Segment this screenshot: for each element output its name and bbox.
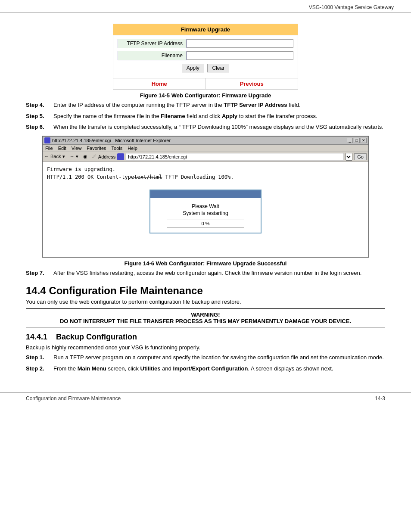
step2-label: Step 2. [26, 364, 52, 373]
filename-row: Filename [118, 51, 293, 60]
menu-help[interactable]: Help [128, 146, 137, 151]
filename-label: Filename [118, 51, 187, 60]
close-button[interactable]: ✕ [361, 138, 367, 143]
pw-body: Please Wait System is restarting 0 % [150, 198, 261, 233]
tftp-row: TFTP Server IP Address [118, 39, 293, 48]
browser-toolbar: ← Back ▾ → ▾ ◉ ☄ Address Go [43, 152, 368, 162]
address-label: Address [98, 154, 115, 159]
firmware-buttons: Apply Clear [118, 64, 293, 72]
firmware-form: TFTP Server IP Address Filename Apply Cl… [113, 35, 298, 78]
page-header: VSG-1000 Vantage Service Gateway [0, 0, 411, 13]
please-wait-dialog: Please Wait System is restarting 0 % [149, 190, 262, 233]
menu-favorites[interactable]: Favorites [87, 146, 106, 151]
step1-text: Run a TFTP server program on a computer … [53, 353, 385, 362]
home-btn[interactable]: ☄ [92, 154, 97, 159]
tftp-label: TFTP Server IP Address [118, 39, 187, 48]
browser-figure: http://172.21.4.185/enter.cgi - Microsof… [26, 136, 385, 267]
section441-intro: Backup is highly recommended once your V… [26, 344, 385, 351]
home-nav-button[interactable]: Home [113, 78, 206, 89]
step6-text: When the file transfer is completed succ… [53, 123, 385, 131]
step5-label: Step 5. [26, 112, 52, 121]
pw-progress-text: 0 % [202, 221, 210, 226]
firmware-figure-caption: Figure 14-5 Web Configurator: Firmware U… [140, 92, 271, 99]
step5-text: Specify the name of the firmware file in… [53, 112, 385, 121]
step4-text: Enter the IP address of the computer run… [53, 101, 385, 109]
clear-button[interactable]: Clear [207, 64, 229, 72]
minimize-button[interactable]: _ [347, 138, 353, 143]
section441-heading: 14.4.1 Backup Configuration [26, 333, 385, 342]
step7-label: Step 7. [26, 269, 52, 277]
browser-title-text: http://172.21.4.185/enter.cgi - Microsof… [52, 138, 171, 143]
http-response-line: HTTP/1.1 200 OK Content-typetext/html TF… [47, 173, 364, 181]
address-input[interactable] [126, 153, 344, 161]
browser-titlebar: http://172.21.4.185/enter.cgi - Microsof… [43, 137, 368, 145]
header-title: VSG-1000 Vantage Service Gateway [309, 4, 394, 10]
warning-box: WARNING! DO NOT INTERRUPT THE FILE TRANS… [26, 308, 385, 327]
menu-view[interactable]: View [72, 146, 82, 151]
browser-icon [44, 137, 50, 143]
browser-window: http://172.21.4.185/enter.cgi - Microsof… [42, 136, 369, 258]
footer-right: 14-3 [375, 395, 385, 401]
warning-text: DO NOT INTERRUPT THE FILE TRANSFER PROCE… [30, 318, 381, 324]
step-6: Step 6. When the file transfer is comple… [26, 123, 385, 131]
firmware-figure: Firmware Upgrade TFTP Server IP Address … [26, 24, 385, 99]
address-icon [117, 153, 124, 160]
menu-tools[interactable]: Tools [112, 146, 123, 151]
pw-progress-bar: 0 % [167, 220, 244, 227]
refresh-button[interactable]: ◉ [83, 154, 87, 159]
firmware-table: Firmware Upgrade TFTP Server IP Address … [113, 24, 298, 90]
pw-title [150, 190, 261, 198]
pw-msg1: Please Wait [156, 203, 255, 209]
step-2: Step 2. From the Main Menu screen, click… [26, 364, 385, 373]
address-dropdown[interactable] [346, 153, 352, 161]
browser-title-left: http://172.21.4.185/enter.cgi - Microsof… [44, 137, 171, 143]
step2-text: From the Main Menu screen, click Utiliti… [53, 364, 385, 373]
browser-figure-caption: Figure 14-6 Web Configurator: Firmware U… [125, 260, 287, 267]
firmware-title: Firmware Upgrade [113, 24, 298, 35]
filename-input[interactable] [187, 51, 293, 60]
firmware-nav: Home Previous [113, 78, 298, 89]
step6-label: Step 6. [26, 123, 52, 131]
step4-label: Step 4. [26, 101, 52, 109]
footer-left: Configuration and Firmware Maintenance [26, 395, 121, 401]
apply-button[interactable]: Apply [182, 64, 204, 72]
browser-controls: _ □ ✕ [347, 138, 367, 143]
step-4: Step 4. Enter the IP address of the comp… [26, 101, 385, 109]
please-wait-overlay: Please Wait System is restarting 0 % [47, 190, 364, 233]
menu-edit[interactable]: Edit [58, 146, 66, 151]
warning-title: WARNING! [30, 311, 381, 318]
menu-file[interactable]: File [45, 146, 53, 151]
page-footer: Configuration and Firmware Maintenance 1… [0, 392, 411, 404]
browser-nav-buttons: ← Back ▾ → ▾ ◉ ☄ [44, 154, 97, 159]
step-5: Step 5. Specify the name of the firmware… [26, 112, 385, 121]
pw-msg2: System is restarting [156, 210, 255, 216]
maximize-button[interactable]: □ [354, 138, 360, 143]
step-7: Step 7. After the VSG finishes restartin… [26, 269, 385, 277]
go-button[interactable]: Go [354, 153, 367, 160]
step7-text: After the VSG finishes restarting, acces… [53, 269, 385, 277]
section44-intro: You can only use the web configurator to… [26, 299, 385, 305]
tftp-input[interactable] [187, 39, 293, 48]
back-button[interactable]: ← Back ▾ [44, 154, 65, 159]
firmware-upgrading-line: Firmware is upgrading. [47, 165, 364, 173]
step-1: Step 1. Run a TFTP server program on a c… [26, 353, 385, 362]
browser-menubar: File Edit View Favorites Tools Help [43, 145, 368, 152]
forward-button[interactable]: → ▾ [70, 154, 78, 159]
browser-text: Firmware is upgrading. HTTP/1.1 200 OK C… [47, 165, 364, 181]
address-bar-section: Address Go [98, 153, 367, 161]
previous-nav-button[interactable]: Previous [206, 78, 298, 89]
section44-heading: 14.4 Configuration File Maintenance [26, 285, 385, 297]
browser-content: Firmware is upgrading. HTTP/1.1 200 OK C… [43, 162, 368, 257]
step1-label: Step 1. [26, 353, 52, 362]
